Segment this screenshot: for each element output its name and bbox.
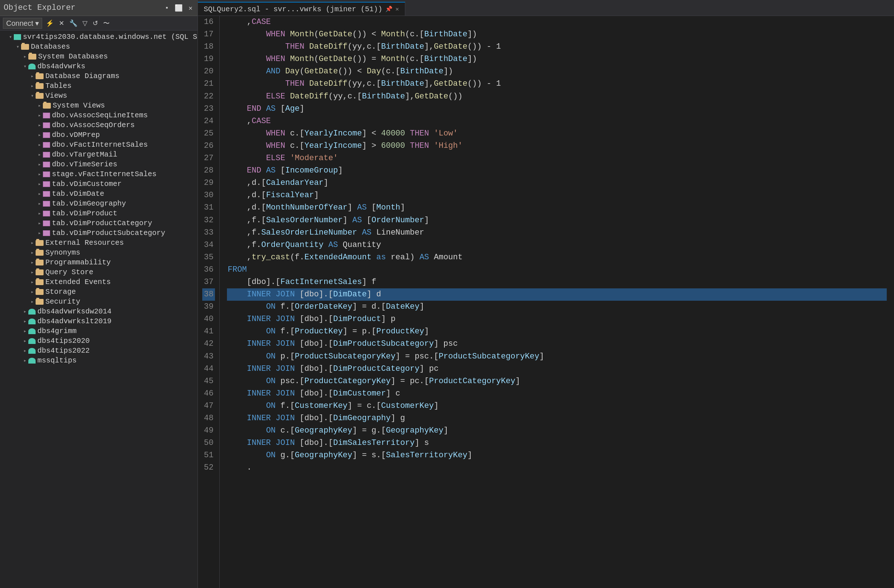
view-dmprep[interactable]: ▸ dbo.vDMPrep [0,130,198,140]
programmability-node[interactable]: ▸ Programmability [0,257,198,267]
external-resources-node[interactable]: ▸ External Resources [0,238,198,248]
view-expand-6: ▸ [36,161,43,168]
dbs4grimm-node[interactable]: ▸ dbs4grimm [0,326,198,336]
db7-expand-icon: ▸ [22,357,28,364]
explorer-toolbar: Connect ▾ ⚡ ✕ 🔧 ▽ ↺ 〜 [0,16,198,30]
view-assocseq-lineitems[interactable]: ▸ dbo.vAssocSeqLineItems [0,110,198,120]
dbs4tips2020-node[interactable]: ▸ dbs4tips2020 [0,336,198,346]
line-num-29: 29 [202,177,215,189]
mssqltips-node[interactable]: ▸ mssqltips [0,355,198,365]
line-num-43: 43 [202,351,215,363]
line-num-17: 17 [202,28,215,41]
views-folder-icon [36,93,44,99]
view-tab-dimproduct[interactable]: ▸ tab.vDimProduct [0,209,198,218]
extended-events-node[interactable]: ▸ Extended Events [0,277,198,287]
view-targetmail[interactable]: ▸ dbo.vTargetMail [0,150,198,159]
view-timeseries[interactable]: ▸ dbo.vTimeSeries [0,159,198,169]
server-node[interactable]: ▾ svr4tips2030.database.windows.net (SQL… [0,32,198,42]
line-num-23: 23 [202,103,215,115]
code-content-area[interactable]: 16 17 18 19 20 21 22 23 24 25 26 27 28 2… [198,16,894,588]
view-tab-dimproductcategory[interactable]: ▸ tab.vDimProductCategory [0,218,198,228]
view-stage-factinternet[interactable]: ▸ stage.vFactInternetSales [0,169,198,179]
view-icon-3 [43,132,50,138]
view-tab-dimgeography[interactable]: ▸ tab.vDimGeography [0,199,198,209]
line-num-36: 36 [202,264,215,276]
security-node[interactable]: ▸ Security [0,297,198,307]
tab-pin-icon[interactable]: 📌 [385,5,393,13]
db4-expand-icon: ▸ [22,328,28,334]
properties-button[interactable]: 🔧 [68,18,79,28]
system-databases-node[interactable]: ▸ System Databases [0,51,198,61]
view-label-13: tab.vDimProductSubcategory [52,229,165,237]
qs-expand-icon: ▸ [29,269,36,276]
new-query-button[interactable]: ⚡ [44,18,55,28]
code-line-33: ,f.SalesOrderLineNumber AS LineNumber [227,227,887,239]
code-line-19: WHEN Month(GetDate()) = Month(c.[BirthDa… [227,53,887,65]
panel-title: Object Explorer [4,3,76,12]
line-num-16: 16 [202,16,215,28]
system-views-node[interactable]: ▸ System Views [0,101,198,110]
db-diagrams-node[interactable]: ▸ Database Diagrams [0,71,198,81]
view-label-9: tab.vDimDate [52,190,104,198]
dbs4advwrks-expand-icon: ▾ [22,63,28,70]
view-icon-7 [43,171,50,177]
view-expand-7: ▸ [36,171,43,178]
view-label-7: stage.vFactInternetSales [52,170,157,178]
line-num-49: 49 [202,425,215,437]
view-expand-12: ▸ [36,220,43,227]
view-expand-2: ▸ [36,122,43,128]
line-num-41: 41 [202,325,215,338]
view-assocseq-orders[interactable]: ▸ dbo.vAssocSeqOrders [0,120,198,130]
view-label-6: dbo.vTimeSeries [52,160,117,169]
views-node[interactable]: ▾ Views [0,91,198,101]
storage-node[interactable]: ▸ Storage [0,287,198,297]
synonyms-label: Synonyms [45,248,80,257]
view-tab-dimcustomer[interactable]: ▸ tab.vDimCustomer [0,179,198,189]
view-expand-1: ▸ [36,112,43,119]
editor-tab-sqlquery2[interactable]: SQLQuery2.sql - svr...vwrks (jminer (51)… [198,2,405,16]
dock-icon[interactable]: ⬜ [173,3,184,13]
line-num-31: 31 [202,201,215,214]
connect-button[interactable]: Connect ▾ [3,18,42,29]
line-num-44: 44 [202,363,215,375]
dbs4tips2022-node[interactable]: ▸ dbs4tips2022 [0,346,198,355]
close-panel-icon[interactable]: ✕ [187,3,194,13]
view-tab-dimdate[interactable]: ▸ tab.vDimDate [0,189,198,199]
code-line-45: ON psc.[ProductCategoryKey] = pc.[Produc… [227,375,887,387]
tables-expand-icon: ▸ [29,83,36,89]
view-expand-9: ▸ [36,190,43,197]
db5-expand-icon: ▸ [22,338,28,344]
dbs4advwrks-db-icon [28,63,36,70]
line-num-50: 50 [202,437,215,449]
security-expand-icon: ▸ [29,299,36,305]
line-numbers-gutter: 16 17 18 19 20 21 22 23 24 25 26 27 28 2… [198,16,220,588]
server-icon [14,34,21,40]
storage-label: Storage [45,288,76,296]
system-databases-label: System Databases [38,52,108,60]
refresh-button[interactable]: ↺ [91,18,100,28]
tables-node[interactable]: ▸ Tables [0,81,198,91]
ext-res-label: External Resources [45,239,124,247]
code-lines-area[interactable]: ,CASE WHEN Month(GetDate()) < Month(c.[B… [220,16,894,588]
view-factinternet[interactable]: ▸ dbo.vFactInternetSales [0,140,198,150]
tab-close-icon[interactable]: ✕ [396,5,399,13]
databases-node[interactable]: ▾ Databases [0,42,198,51]
dbs4advwrks-node[interactable]: ▾ dbs4advwrks [0,61,198,71]
query-store-node[interactable]: ▸ Query Store [0,267,198,277]
activity-button[interactable]: 〜 [102,18,111,28]
object-tree[interactable]: ▾ svr4tips2030.database.windows.net (SQL… [0,30,198,588]
view-expand-5: ▸ [36,151,43,158]
line-num-37: 37 [202,276,215,289]
view-tab-dimproductsubcategory[interactable]: ▸ tab.vDimProductSubcategory [0,228,198,238]
filter-button[interactable]: ▽ [81,18,89,28]
system-views-label: System Views [53,101,105,110]
dbs4advwrkslt2019-node[interactable]: ▸ dbs4advwrkslt2019 [0,316,198,326]
delete-button[interactable]: ✕ [57,18,66,28]
code-line-49: ON c.[GeographyKey] = g.[GeographyKey] [227,425,887,437]
code-line-43: ON p.[ProductSubcategoryKey] = psc.[Prod… [227,351,887,363]
pin-icon[interactable]: ▪ [163,4,170,12]
synonyms-node[interactable]: ▸ Synonyms [0,248,198,257]
dbs4advwrksdw2014-node[interactable]: ▸ dbs4advwrksdw2014 [0,307,198,316]
code-line-44: INNER JOIN [dbo].[DimProductCategory] pc [227,363,887,375]
db7-label: mssqltips [38,356,77,365]
